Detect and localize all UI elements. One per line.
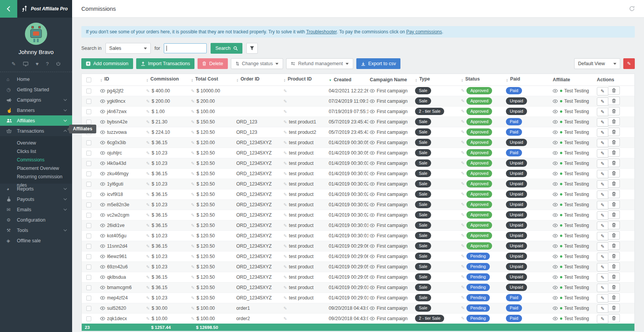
pencil-icon[interactable]: ✎: [283, 244, 287, 248]
row-checkbox[interactable]: [86, 192, 91, 197]
delete-row-button[interactable]: [608, 262, 620, 271]
edit-view-button[interactable]: ✎: [623, 58, 635, 69]
eye-icon[interactable]: [100, 244, 105, 248]
pencil-icon[interactable]: ✎: [283, 120, 287, 124]
eye-icon[interactable]: [100, 182, 105, 186]
row-checkbox[interactable]: [86, 316, 91, 321]
pencil-icon[interactable]: ✎: [283, 202, 287, 207]
edit-row-button[interactable]: ✎: [597, 222, 608, 230]
filter-button[interactable]: [246, 43, 258, 54]
delete-row-button[interactable]: [608, 283, 620, 291]
sidebar-item-home[interactable]: ⌂ Home: [0, 74, 72, 84]
eye-icon[interactable]: [100, 130, 105, 134]
pencil-icon[interactable]: ✎: [191, 265, 194, 269]
pencil-icon[interactable]: ✎: [146, 202, 150, 207]
pencil-icon[interactable]: ✎: [283, 275, 287, 279]
column-header-product_id[interactable]: ▲▼Product ID: [282, 74, 327, 85]
pencil-icon[interactable]: ✎: [461, 109, 464, 113]
eye-icon[interactable]: [553, 99, 558, 103]
edit-row-button[interactable]: ✎: [597, 242, 608, 251]
eye-icon[interactable]: [370, 89, 375, 93]
row-checkbox[interactable]: [86, 244, 91, 249]
pencil-icon[interactable]: ✎: [191, 120, 194, 124]
pencil-icon[interactable]: ✎: [461, 119, 464, 124]
pencil-icon[interactable]: ✎: [146, 192, 150, 197]
eye-icon[interactable]: [100, 99, 105, 103]
eye-icon[interactable]: [100, 89, 105, 93]
delete-row-button[interactable]: [608, 107, 620, 115]
pencil-icon[interactable]: ✎: [146, 296, 150, 300]
column-header-id[interactable]: ▲▼ID: [99, 74, 145, 85]
row-checkbox[interactable]: [86, 285, 91, 290]
row-checkbox[interactable]: [86, 109, 91, 114]
pencil-icon[interactable]: ✎: [191, 89, 194, 93]
edit-row-button[interactable]: ✎: [597, 253, 608, 261]
pencil-icon[interactable]: ✎: [283, 254, 287, 259]
eye-icon[interactable]: [370, 306, 375, 310]
eye-icon[interactable]: [370, 161, 375, 165]
pencil-icon[interactable]: ✎: [191, 171, 194, 176]
column-header-commission[interactable]: ▲▼Commission: [145, 74, 189, 85]
eye-icon[interactable]: [370, 265, 375, 269]
eye-icon[interactable]: [100, 213, 105, 217]
edit-row-button[interactable]: ✎: [597, 263, 608, 271]
delete-row-button[interactable]: [608, 138, 620, 146]
pencil-icon[interactable]: ✎: [146, 130, 150, 135]
eye-icon[interactable]: [370, 244, 375, 248]
delete-row-button[interactable]: [608, 117, 620, 126]
row-checkbox[interactable]: [86, 99, 91, 104]
delete-row-button[interactable]: [608, 97, 620, 105]
row-checkbox[interactable]: [86, 140, 91, 145]
eye-icon[interactable]: [370, 99, 375, 103]
pencil-icon[interactable]: ✎: [461, 88, 464, 93]
delete-row-button[interactable]: [608, 273, 620, 281]
eye-icon[interactable]: [100, 286, 105, 289]
eye-icon[interactable]: [100, 141, 105, 145]
edit-row-button[interactable]: ✎: [597, 139, 608, 147]
select-all-checkbox[interactable]: [86, 77, 91, 82]
eye-icon[interactable]: [100, 203, 105, 207]
edit-row-button[interactable]: ✎: [597, 232, 608, 240]
edit-row-button[interactable]: ✎: [597, 87, 608, 95]
pencil-icon[interactable]: ✎: [461, 192, 464, 196]
delete-row-button[interactable]: [608, 231, 620, 240]
eye-icon[interactable]: [553, 224, 558, 227]
pencil-icon[interactable]: ✎: [283, 151, 287, 155]
edit-row-button[interactable]: ✎: [597, 201, 608, 209]
delete-row-button[interactable]: [608, 148, 620, 157]
pencil-icon[interactable]: ✎: [191, 254, 194, 259]
pencil-icon[interactable]: ✎: [283, 285, 287, 290]
avatar[interactable]: [25, 23, 47, 45]
pencil-icon[interactable]: ✎: [146, 316, 150, 321]
refund-management-button[interactable]: Refund management: [286, 58, 353, 69]
column-header-paid[interactable]: ▲▼Paid: [504, 74, 551, 85]
edit-row-button[interactable]: ✎: [597, 118, 608, 127]
eye-icon[interactable]: [553, 244, 558, 248]
pencil-icon[interactable]: ✎: [461, 99, 464, 103]
eye-icon[interactable]: [100, 151, 105, 155]
refresh-icon[interactable]: [629, 6, 635, 12]
pencil-icon[interactable]: ✎: [146, 151, 150, 155]
pencil-icon[interactable]: ✎: [283, 99, 287, 104]
pencil-icon[interactable]: ✎: [283, 161, 287, 166]
column-header-type[interactable]: ▲▼Type: [413, 74, 460, 85]
eye-icon[interactable]: [100, 265, 105, 269]
sidebar-item-reports[interactable]: ◕ Reports: [0, 184, 72, 194]
search-input[interactable]: [164, 43, 207, 53]
eye-icon[interactable]: [100, 120, 105, 124]
edit-row-button[interactable]: ✎: [597, 294, 608, 302]
edit-row-button[interactable]: ✎: [597, 304, 608, 313]
row-checkbox[interactable]: [86, 265, 91, 270]
delete-row-button[interactable]: [608, 169, 620, 178]
row-checkbox[interactable]: [86, 223, 91, 228]
pencil-icon[interactable]: ✎: [461, 254, 464, 258]
pencil-icon[interactable]: ✎: [146, 285, 150, 290]
heart-icon[interactable]: ♥: [36, 61, 39, 67]
eye-icon[interactable]: [370, 110, 375, 113]
pencil-icon[interactable]: ✎: [146, 89, 150, 93]
eye-icon[interactable]: [553, 120, 558, 124]
eye-icon[interactable]: [370, 224, 375, 227]
import-transactions-button[interactable]: Import Transactions: [136, 58, 195, 69]
sidebar-item-payouts[interactable]: Payouts: [0, 194, 72, 204]
edit-row-button[interactable]: ✎: [597, 180, 608, 189]
